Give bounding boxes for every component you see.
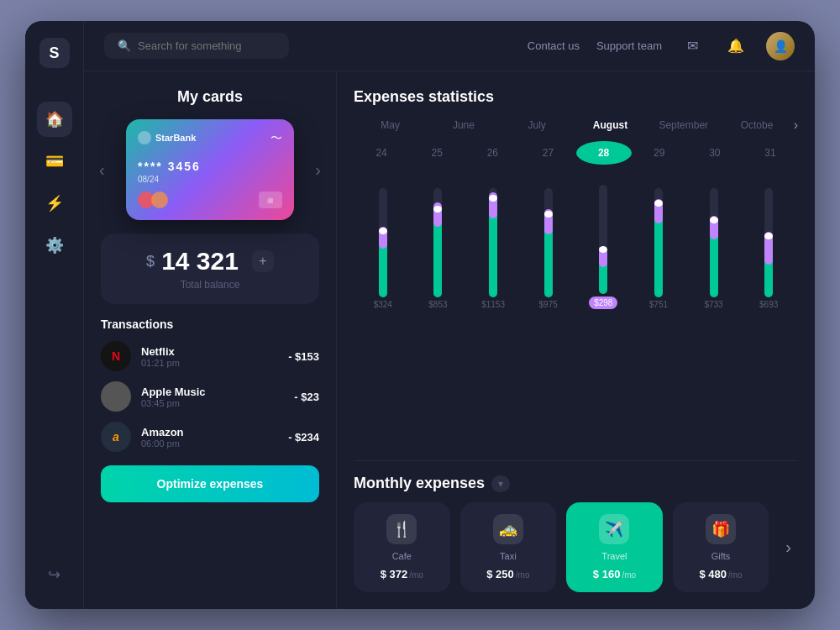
contact-us-link[interactable]: Contact us <box>528 39 580 52</box>
cafe-period: /mo <box>409 570 423 580</box>
cafe-icon: 🍴 <box>386 514 417 544</box>
bar-group-6: $751 <box>633 175 685 309</box>
carousel-prev-btn[interactable]: ‹ <box>92 154 112 186</box>
bank-card: StarBank 〜 **** 3456 08/24 ▦ <box>126 119 294 220</box>
cards-icon: 💳 <box>45 152 64 171</box>
date-28-wrapper: 28 <box>576 141 632 165</box>
expense-more-btn[interactable]: › <box>779 531 798 564</box>
sidebar-item-cards[interactable]: 💳 <box>37 144 72 179</box>
transaction-item-amazon: a Amazon 06:00 pm - $234 <box>101 422 319 452</box>
bar-track-1 <box>379 188 387 297</box>
bar-track-6 <box>654 188 663 297</box>
month-may[interactable]: May <box>354 116 427 134</box>
date-30[interactable]: 30 <box>687 144 743 162</box>
bell-icon-btn[interactable]: 🔔 <box>722 33 749 60</box>
card-bank-name: StarBank <box>138 131 282 144</box>
cafe-amount: $ 372 <box>381 568 408 580</box>
monthly-expenses-section: Monthly expenses ▾ 🍴 Cafe $ 372 /mo <box>354 460 798 592</box>
monthly-expenses-title: Monthly expenses <box>354 475 485 492</box>
search-bar[interactable]: 🔍 <box>104 33 289 59</box>
taxi-label: Taxi <box>500 551 517 561</box>
taxi-period: /mo <box>516 570 530 580</box>
bar-amount-5: $298 <box>589 297 617 309</box>
month-october[interactable]: Octobe <box>720 116 793 134</box>
apple-amount: - $23 <box>294 391 319 403</box>
mc-right-circle <box>151 192 168 208</box>
transaction-item-netflix: N Netflix 01:21 pm - $153 <box>101 341 319 371</box>
bar-amount-4: $975 <box>539 300 558 309</box>
transaction-item-apple: Apple Music 03:45 pm - $23 <box>101 381 319 412</box>
bar-group-8: $693 <box>743 175 795 309</box>
date-31[interactable]: 31 <box>743 144 798 162</box>
balance-label: Total balance <box>114 279 306 291</box>
sidebar: S 🏠 💳 ⚡ ⚙️ ↪ <box>25 21 84 609</box>
balance-row: $ 14 321 + <box>114 247 306 276</box>
transaction-info-apple: Apple Music 03:45 pm <box>141 386 284 408</box>
balance-section: $ 14 321 + Total balance <box>101 234 319 304</box>
amazon-name: Amazon <box>141 426 278 438</box>
bar-group-7: $733 <box>688 175 740 309</box>
date-25[interactable]: 25 <box>409 144 465 162</box>
apple-name: Apple Music <box>141 386 284 398</box>
wifi-icon: 〜 <box>270 131 282 146</box>
expense-card-gifts[interactable]: 🎁 Gifts $ 480 /mo <box>673 502 769 592</box>
panels: My cards ‹ StarBank 〜 **** 3456 08/24 <box>84 71 815 609</box>
apple-time: 03:45 pm <box>141 398 284 408</box>
travel-icon: ✈️ <box>599 514 629 544</box>
card-bank-logo <box>138 131 151 144</box>
user-avatar[interactable]: 👤 <box>766 32 795 60</box>
sidebar-item-settings[interactable]: ⚙️ <box>37 228 72 263</box>
logout-icon: ↪ <box>48 565 60 584</box>
main-content: 🔍 Contact us Support team ✉ 🔔 👤 My cards… <box>84 21 815 609</box>
date-27[interactable]: 27 <box>520 144 575 162</box>
bar-dot-3 <box>489 195 497 202</box>
bar-amount-7: $733 <box>704 300 722 309</box>
gifts-icon: 🎁 <box>706 514 736 544</box>
travel-amount-row: $ 160 /mo <box>593 568 636 580</box>
dates-row: 24 25 26 27 28 29 30 31 <box>354 141 798 165</box>
bar-amount-1: $324 <box>374 300 392 309</box>
amazon-amount: - $234 <box>288 431 319 444</box>
bar-track-2 <box>433 188 442 297</box>
month-september[interactable]: September <box>647 116 720 134</box>
bar-group-2: $853 <box>412 175 465 309</box>
app-logo: S <box>39 38 70 68</box>
month-june[interactable]: June <box>427 116 500 134</box>
header-right: Contact us Support team ✉ 🔔 👤 <box>528 32 795 60</box>
date-29[interactable]: 29 <box>632 144 687 162</box>
bar-group-4: $975 <box>522 175 575 309</box>
month-august[interactable]: August <box>574 116 647 134</box>
taxi-amount-row: $ 250 /mo <box>486 568 529 580</box>
expense-card-travel[interactable]: ✈️ Travel $ 160 /mo <box>566 502 663 592</box>
amazon-time: 06:00 pm <box>141 438 278 449</box>
month-next-btn[interactable]: › <box>794 118 798 133</box>
sidebar-nav: 🏠 💳 ⚡ ⚙️ <box>37 102 72 557</box>
sidebar-item-lightning[interactable]: ⚡ <box>37 186 72 221</box>
date-24[interactable]: 24 <box>354 144 409 162</box>
card-number: **** 3456 <box>138 160 282 173</box>
sidebar-item-logout[interactable]: ↪ <box>37 557 72 592</box>
search-input[interactable] <box>138 39 276 52</box>
expense-card-cafe[interactable]: 🍴 Cafe $ 372 /mo <box>354 502 450 592</box>
expense-cards-list: 🍴 Cafe $ 372 /mo 🚕 Taxi $ 250 <box>354 502 798 592</box>
sidebar-item-home[interactable]: 🏠 <box>37 102 72 137</box>
bar-track-7 <box>710 188 718 297</box>
month-july[interactable]: July <box>501 116 574 134</box>
netflix-time: 01:21 pm <box>141 358 278 368</box>
add-balance-btn[interactable]: + <box>252 250 274 272</box>
settings-icon: ⚙️ <box>45 236 64 255</box>
cafe-label: Cafe <box>392 551 412 561</box>
cafe-amount-row: $ 372 /mo <box>381 568 423 580</box>
date-28[interactable]: 28 <box>576 141 632 165</box>
carousel-next-btn[interactable]: › <box>308 154 328 186</box>
optimize-expenses-btn[interactable]: Optimize expenses <box>101 465 319 502</box>
monthly-dropdown-btn[interactable]: ▾ <box>491 475 510 492</box>
bar-group-5: $298 <box>578 175 630 309</box>
expense-card-taxi[interactable]: 🚕 Taxi $ 250 /mo <box>460 502 557 592</box>
mail-icon-btn[interactable]: ✉ <box>679 33 706 60</box>
bar-amount-6: $751 <box>649 300 668 309</box>
support-team-link[interactable]: Support team <box>596 39 662 52</box>
date-26[interactable]: 26 <box>465 144 520 162</box>
bar-dot-7 <box>710 217 718 223</box>
gifts-label: Gifts <box>711 551 731 561</box>
